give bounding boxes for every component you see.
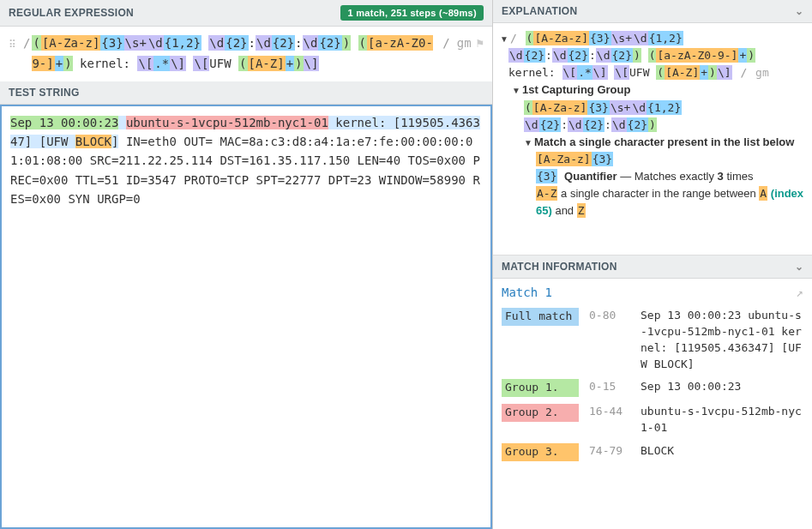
- export-icon[interactable]: ↗: [797, 286, 803, 299]
- regex-token: ): [633, 48, 641, 63]
- regex-token: [A-Za-z]: [41, 35, 100, 51]
- explanation-range: A-Z a single character in the range betw…: [500, 185, 805, 219]
- regex-token: (: [526, 31, 534, 45]
- regex-token: \[: [562, 65, 578, 80]
- match-label: Group 3.: [502, 443, 579, 461]
- regex-flags-wrap[interactable]: / gm ⚑: [441, 33, 484, 54]
- regex-token: ): [294, 56, 303, 71]
- drag-handle-icon[interactable]: ⠿: [9, 33, 16, 53]
- regex-token: :: [561, 118, 568, 131]
- regex-token: :: [249, 36, 256, 50]
- status-badge: 1 match, 251 steps (~89ms): [340, 5, 484, 21]
- regex-token: \d: [596, 48, 611, 63]
- regex-token: [351, 36, 358, 50]
- regex-token: :: [604, 118, 611, 131]
- regex-token: {3}: [589, 31, 611, 45]
- test-string-segment: [118, 116, 125, 129]
- regex-body[interactable]: ([A-Za-z]{3}\s+\d{1,2} \d{2}:\d{2}:\d{2}…: [32, 33, 434, 75]
- regex-token: kernel:: [73, 57, 138, 70]
- regex-token: {2}: [583, 117, 604, 132]
- regex-token: [a-zA-Z0-9-]: [656, 48, 738, 63]
- regex-token: \]: [592, 65, 608, 80]
- match-range: 16-44: [589, 404, 630, 420]
- explanation-header[interactable]: EXPLANATION ⌄: [493, 0, 812, 23]
- match-row: Full match0-80Sep 13 00:00:23 ubuntu-s-1…: [502, 308, 803, 372]
- regex-token: ): [747, 48, 755, 63]
- match-range: 0-80: [589, 308, 630, 324]
- regex-token: {1,2}: [647, 100, 682, 115]
- regex-token: (: [524, 100, 532, 115]
- regex-token: UFW: [629, 66, 656, 79]
- regex-flags[interactable]: gm: [457, 33, 472, 54]
- regex-header: REGULAR EXPRESSION 1 match, 251 steps (~…: [0, 0, 492, 27]
- match-range: 74-79: [589, 443, 630, 460]
- regex-token: {3}: [100, 35, 123, 51]
- regex-token: +: [738, 48, 747, 63]
- regex-token: (: [32, 35, 40, 51]
- regex-token: \d: [631, 100, 647, 115]
- regex-token: +: [700, 65, 708, 80]
- regex-token: \d: [552, 48, 568, 63]
- matchinfo-body: Match 1 ↗ Full match0-80Sep 13 00:00:23 …: [493, 279, 812, 529]
- regex-token: {2}: [524, 48, 545, 63]
- regex-token: ): [342, 35, 351, 51]
- regex-token: {2}: [272, 35, 295, 51]
- explanation-charclass: ▼ Match a single character present in th…: [500, 134, 805, 151]
- match-title: Match 1: [502, 286, 552, 299]
- regex-token: (: [238, 56, 247, 71]
- match-row: Group 1.0-15Sep 13 00:00:23: [502, 379, 803, 397]
- regex-token: ): [648, 117, 657, 132]
- regex-token: \]: [717, 65, 732, 80]
- match-row: Group 3.74-79BLOCK: [502, 443, 803, 461]
- match-range: 0-15: [589, 379, 630, 395]
- regex-token: {3}: [592, 152, 613, 166]
- regex-token: \d: [633, 31, 648, 45]
- regex-token: (: [358, 35, 367, 51]
- regex-token: \]: [170, 56, 186, 71]
- test-string-segment: BLOCK: [75, 135, 111, 148]
- regex-token: +: [55, 56, 63, 71]
- flag-icon[interactable]: ⚑: [477, 33, 484, 54]
- caret-down-icon[interactable]: ▼: [524, 134, 534, 150]
- caret-down-icon[interactable]: ▼: [512, 81, 522, 98]
- match-value: ubuntu-s-1vcpu-512mb-nyc1-01: [641, 404, 803, 436]
- explanation-charclass-pattern: [A-Za-z]{3}: [500, 151, 805, 168]
- regex-token: \d: [303, 35, 319, 51]
- regex-token: (: [656, 65, 665, 80]
- regex-token: \[: [137, 56, 153, 71]
- match-label: Group 2.: [502, 404, 579, 422]
- regex-token: :: [589, 49, 596, 62]
- explanation-root: ▼ / ([A-Za-z]{3}\s+\d{1,2} \d{2}:\d{2}:\…: [500, 30, 805, 81]
- regex-token: {2}: [539, 117, 561, 132]
- match-value: Sep 13 00:00:23 ubuntu-s-1vcpu-512mb-nyc…: [641, 308, 803, 372]
- right-panel: EXPLANATION ⌄ ▼ / ([A-Za-z]{3}\s+\d{1,2}…: [493, 0, 812, 529]
- regex-token: \d: [256, 35, 272, 51]
- match-label: Group 1.: [502, 379, 579, 397]
- explanation-section: EXPLANATION ⌄ ▼ / ([A-Za-z]{3}\s+\d{1,2}…: [493, 0, 812, 255]
- regex-token: .*: [577, 65, 592, 80]
- regex-token: {2}: [318, 35, 341, 51]
- regex-input[interactable]: ⠿ / ([A-Za-z]{3}\s+\d{1,2} \d{2}:\d{2}:\…: [0, 27, 492, 81]
- match-value: Sep 13 00:00:23: [641, 379, 803, 395]
- regex-token: {1,2}: [164, 35, 201, 51]
- regex-token: \d: [611, 117, 627, 132]
- regex-token: [A-Za-z]: [533, 31, 589, 45]
- matchinfo-header[interactable]: MATCH INFORMATION ⌄: [493, 255, 812, 279]
- caret-down-icon[interactable]: ▼: [500, 30, 508, 46]
- regex-token: [A-Z]: [248, 56, 286, 71]
- regex-token: \d: [208, 35, 225, 51]
- regex-token: [A-Z]: [665, 65, 700, 80]
- regex-token: (: [648, 48, 657, 63]
- regex-token: ): [63, 56, 72, 71]
- match-row: Group 2.16-44ubuntu-s-1vcpu-512mb-nyc1-0…: [502, 404, 803, 436]
- chevron-down-icon[interactable]: ⌄: [795, 5, 803, 17]
- chevron-down-icon[interactable]: ⌄: [795, 261, 803, 273]
- regex-token: [641, 49, 648, 62]
- regex-token: {2}: [627, 117, 648, 132]
- regex-token: \s+: [610, 100, 631, 115]
- explanation-group1: ▼ 1st Capturing Group: [500, 81, 805, 99]
- regex-token: :: [295, 36, 302, 50]
- test-string-input[interactable]: Sep 13 00:00:23 ubuntu-s-1vcpu-512mb-nyc…: [0, 105, 492, 529]
- regex-token: \d: [524, 117, 539, 132]
- regex-token: :: [545, 49, 552, 62]
